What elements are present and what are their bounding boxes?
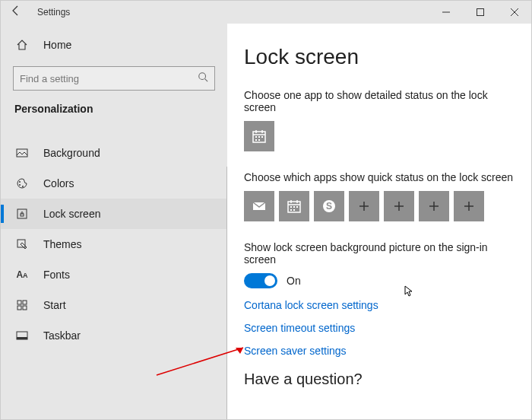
svg-rect-27 bbox=[258, 139, 260, 141]
svg-line-5 bbox=[205, 79, 208, 82]
signin-bg-label: Show lock screen background picture on t… bbox=[244, 241, 515, 266]
svg-rect-25 bbox=[261, 136, 263, 138]
home-nav[interactable]: Home bbox=[1, 30, 227, 60]
mail-icon bbox=[252, 199, 267, 214]
detailed-status-row bbox=[244, 121, 515, 151]
home-label: Home bbox=[43, 39, 71, 51]
quick-app-add-slot[interactable] bbox=[384, 191, 414, 221]
svg-rect-37 bbox=[293, 209, 295, 211]
window-title: Settings bbox=[37, 7, 70, 18]
question-heading: Have a question? bbox=[244, 371, 515, 388]
main-content: Lock screen Choose one app to show detai… bbox=[227, 24, 531, 419]
plus-icon bbox=[391, 199, 407, 214]
cortana-settings-link[interactable]: Cortana lock screen settings bbox=[244, 299, 515, 311]
detailed-status-label: Choose one app to show detailed status o… bbox=[244, 89, 515, 113]
svg-point-9 bbox=[22, 186, 24, 187]
quick-app-add-slot[interactable] bbox=[419, 191, 449, 221]
skype-icon: S bbox=[321, 199, 337, 214]
search-icon bbox=[198, 72, 208, 85]
svg-rect-26 bbox=[255, 139, 257, 141]
svg-rect-1 bbox=[477, 9, 483, 16]
screen-timeout-link[interactable]: Screen timeout settings bbox=[244, 322, 515, 334]
screen-saver-link[interactable]: Screen saver settings bbox=[244, 345, 515, 357]
sidebar: Home Personalization Background Colors bbox=[1, 24, 227, 419]
sidebar-item-label: Start bbox=[43, 299, 66, 311]
palette-icon bbox=[14, 177, 30, 189]
picture-icon bbox=[14, 147, 30, 159]
quick-status-label: Choose which apps show quick status on t… bbox=[244, 171, 515, 183]
svg-text:S: S bbox=[326, 201, 332, 212]
category-header: Personalization bbox=[1, 100, 227, 124]
sidebar-item-label: Background bbox=[43, 147, 100, 159]
sidebar-item-taskbar[interactable]: Taskbar bbox=[1, 320, 227, 351]
themes-icon bbox=[14, 238, 30, 250]
minimize-button[interactable] bbox=[429, 1, 463, 24]
settings-window: Settings Home Personalization bbox=[0, 0, 532, 420]
detailed-app-tile[interactable] bbox=[244, 121, 274, 151]
svg-point-8 bbox=[19, 184, 21, 186]
svg-rect-14 bbox=[23, 301, 27, 304]
quick-app-tile-skype[interactable]: S bbox=[314, 191, 344, 221]
svg-rect-6 bbox=[17, 149, 27, 157]
fonts-icon: AA bbox=[14, 269, 30, 280]
sidebar-item-label: Themes bbox=[43, 238, 82, 250]
svg-rect-18 bbox=[17, 337, 27, 339]
quick-app-tile-mail[interactable] bbox=[244, 191, 274, 221]
home-icon bbox=[14, 39, 30, 51]
sidebar-item-label: Taskbar bbox=[43, 329, 81, 342]
sidebar-item-colors[interactable]: Colors bbox=[1, 168, 227, 199]
page-title: Lock screen bbox=[244, 45, 515, 69]
quick-status-row: S bbox=[244, 191, 515, 221]
calendar-icon bbox=[287, 199, 302, 214]
svg-rect-24 bbox=[258, 136, 260, 138]
search-box[interactable] bbox=[13, 66, 215, 91]
signin-bg-toggle[interactable] bbox=[244, 273, 277, 288]
svg-rect-36 bbox=[290, 209, 292, 211]
svg-rect-16 bbox=[23, 306, 27, 310]
sidebar-item-label: Fonts bbox=[43, 269, 70, 281]
svg-rect-34 bbox=[293, 206, 295, 208]
start-icon bbox=[14, 299, 30, 311]
svg-rect-33 bbox=[290, 206, 292, 208]
signin-bg-toggle-row: On bbox=[244, 273, 515, 288]
sidebar-item-themes[interactable]: Themes bbox=[1, 229, 227, 259]
sidebar-item-lock-screen[interactable]: Lock screen bbox=[1, 199, 227, 229]
quick-app-tile-calendar[interactable] bbox=[279, 191, 309, 221]
svg-point-7 bbox=[19, 181, 21, 183]
toggle-state-label: On bbox=[287, 275, 301, 287]
quick-app-add-slot[interactable] bbox=[454, 191, 484, 221]
sidebar-item-fonts[interactable]: AA Fonts bbox=[1, 259, 227, 290]
sidebar-item-label: Lock screen bbox=[43, 208, 100, 220]
search-input[interactable] bbox=[20, 73, 198, 84]
close-button[interactable] bbox=[497, 1, 531, 24]
calendar-icon bbox=[252, 129, 267, 144]
sidebar-item-label: Colors bbox=[43, 177, 74, 189]
svg-rect-35 bbox=[296, 206, 298, 208]
plus-icon bbox=[461, 199, 477, 214]
maximize-button[interactable] bbox=[463, 1, 497, 24]
quick-app-add-slot[interactable] bbox=[349, 191, 379, 221]
svg-rect-13 bbox=[17, 301, 21, 304]
svg-point-4 bbox=[199, 73, 206, 80]
svg-rect-23 bbox=[255, 136, 257, 138]
sidebar-item-start[interactable]: Start bbox=[1, 290, 227, 320]
back-button[interactable] bbox=[1, 5, 31, 20]
plus-icon bbox=[356, 199, 372, 214]
lock-screen-icon bbox=[14, 208, 30, 220]
titlebar: Settings bbox=[1, 1, 531, 24]
svg-rect-15 bbox=[17, 306, 21, 310]
sidebar-item-background[interactable]: Background bbox=[1, 138, 227, 168]
taskbar-icon bbox=[14, 329, 30, 342]
svg-rect-11 bbox=[21, 214, 24, 216]
nav-list: Background Colors Lock screen Themes AA … bbox=[1, 138, 227, 351]
plus-icon bbox=[426, 199, 442, 214]
